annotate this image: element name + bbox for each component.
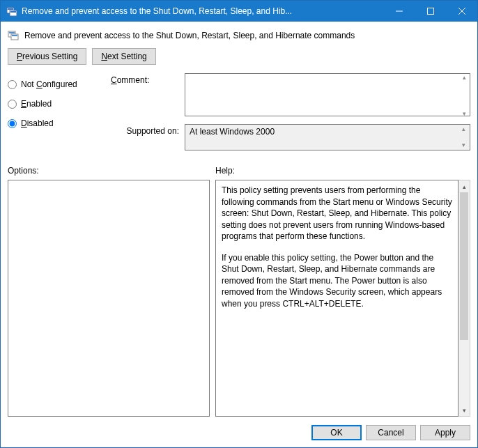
- scrollbar-thumb[interactable]: [460, 192, 468, 340]
- svg-rect-9: [9, 32, 15, 33]
- help-label: Help:: [215, 166, 470, 176]
- supported-scroll-icon: ▴▾: [458, 126, 468, 148]
- help-scrollbar[interactable]: ▴ ▾: [458, 180, 470, 417]
- supported-label: Supported on:: [111, 124, 185, 136]
- maximize-button[interactable]: [415, 1, 446, 22]
- comment-textarea[interactable]: [185, 73, 470, 116]
- help-pane-wrap: This policy setting prevents users from …: [215, 180, 470, 417]
- help-paragraph-2: If you enable this policy setting, the P…: [222, 252, 452, 310]
- gpo-icon: [6, 6, 17, 17]
- help-paragraph-1: This policy setting prevents users from …: [222, 185, 452, 242]
- radio-disabled-label: Disabled: [21, 118, 54, 128]
- config-row: Not Configured Enabled Disabled Comment:…: [8, 73, 470, 156]
- minimize-button[interactable]: [383, 1, 415, 22]
- cancel-button[interactable]: Cancel: [366, 425, 416, 440]
- content-area: Remove and prevent access to the Shut Do…: [1, 22, 477, 419]
- nav-row: Previous Setting Next Setting: [8, 48, 470, 65]
- window-title: Remove and prevent access to the Shut Do…: [22, 6, 383, 16]
- apply-button[interactable]: Apply: [420, 425, 470, 440]
- previous-setting-button[interactable]: Previous Setting: [8, 48, 86, 65]
- comment-label: Comment:: [111, 73, 185, 85]
- radio-not-configured-input[interactable]: [8, 80, 17, 89]
- titlebar: Remove and prevent access to the Shut Do…: [1, 1, 477, 22]
- radio-not-configured[interactable]: Not Configured: [8, 75, 111, 94]
- next-setting-button[interactable]: Next Setting: [92, 48, 155, 65]
- radio-not-configured-label: Not Configured: [21, 79, 77, 89]
- scroll-down-icon[interactable]: ▾: [458, 404, 470, 416]
- svg-rect-5: [427, 8, 433, 15]
- policy-title: Remove and prevent access to the Shut Do…: [24, 31, 355, 40]
- heading-row: Remove and prevent access to the Shut Do…: [8, 30, 470, 41]
- supported-on-box: At least Windows 2000 ▴▾: [185, 124, 470, 150]
- state-radios: Not Configured Enabled Disabled: [8, 73, 111, 133]
- close-button[interactable]: [446, 1, 477, 22]
- window-controls: [383, 1, 477, 22]
- svg-rect-1: [8, 8, 13, 10]
- panes: This policy setting prevents users from …: [8, 180, 470, 417]
- pane-labels: Options: Help:: [8, 166, 470, 176]
- options-pane: [8, 180, 210, 417]
- scroll-up-icon[interactable]: ▴: [458, 180, 470, 192]
- help-pane: This policy setting prevents users from …: [215, 180, 458, 417]
- options-label: Options:: [8, 166, 215, 176]
- radio-enabled-label: Enabled: [21, 99, 52, 109]
- radio-enabled[interactable]: Enabled: [8, 94, 111, 114]
- scrollbar-track[interactable]: [458, 340, 470, 404]
- policy-icon: [8, 30, 19, 41]
- radio-disabled-input[interactable]: [8, 119, 17, 128]
- supported-row: Supported on: At least Windows 2000 ▴▾: [111, 124, 470, 150]
- ok-button[interactable]: OK: [311, 425, 362, 440]
- dialog-footer: OK Cancel Apply: [1, 419, 477, 447]
- supported-on-value: At least Windows 2000: [190, 127, 275, 137]
- svg-rect-3: [10, 11, 16, 13]
- radio-disabled[interactable]: Disabled: [8, 114, 111, 133]
- svg-rect-11: [12, 35, 17, 36]
- comment-row: Comment: ▴▾: [111, 73, 470, 118]
- right-fields: Comment: ▴▾ Supported on: At least Windo…: [111, 73, 470, 156]
- radio-enabled-input[interactable]: [8, 100, 17, 109]
